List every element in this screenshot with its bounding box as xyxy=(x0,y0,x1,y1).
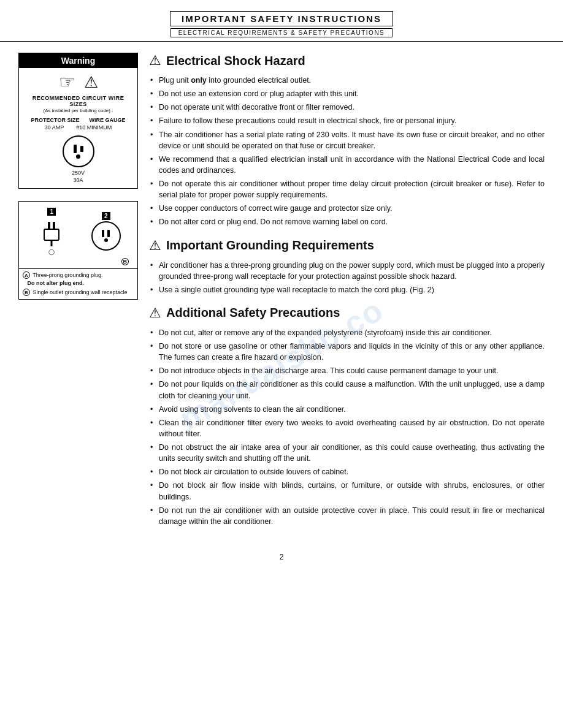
list-item: Do not block air flow inside with blinds… xyxy=(149,479,545,503)
wire-table-headers: PROTECTOR SIZE WIRE GAUGE xyxy=(25,117,131,123)
receptacle-slots xyxy=(102,230,110,237)
outlet-voltage: 250V xyxy=(25,170,131,176)
legend-a-text1: Three-prong grounding plug. xyxy=(33,272,102,278)
grounding-icon: ⚠ xyxy=(149,238,161,254)
list-item: Air conditioner has a three-prong ground… xyxy=(149,259,545,283)
list-item: Do not introduce objects in the air disc… xyxy=(149,364,545,377)
svg-rect-1 xyxy=(48,222,50,230)
list-item: Do not cut, alter or remove any of the e… xyxy=(149,326,545,339)
wire-table-values: 30 AMP #10 MINIMUM xyxy=(25,124,131,131)
header-title: IMPORTANT SAFETY INSTRUCTIONS xyxy=(170,11,393,26)
legend-a-text2: Do not alter plug end. xyxy=(28,280,85,286)
grounding-title: Important Grounding Requirements xyxy=(166,238,374,252)
grounding-bullets: Air conditioner has a three-prong ground… xyxy=(149,259,545,297)
plug-item-1: 1 ◯ xyxy=(36,207,67,255)
circuit-sub: (As installed per building code) : xyxy=(25,108,131,113)
grounding-header: ⚠ Important Grounding Requirements xyxy=(149,238,545,254)
warning-icons: ☞ ⚠ xyxy=(25,73,131,91)
plug-item-2: 2 xyxy=(91,211,121,251)
warning-header: Warning xyxy=(19,53,137,68)
legend-b-text: Single outlet grounding wall receptacle xyxy=(33,289,128,295)
page-number: 2 xyxy=(0,548,563,569)
outlet-diagram xyxy=(63,135,94,167)
list-item: We recommend that a qualified electricia… xyxy=(149,153,545,177)
additional-header: ⚠ Additional Safety Precautions xyxy=(149,305,545,321)
outlet-slot-right xyxy=(80,146,83,152)
hand-icon: ☞ xyxy=(59,73,75,91)
legend-a-label: A xyxy=(23,271,30,279)
electrical-shock-header: ⚠ Electrical Shock Hazard xyxy=(149,53,545,69)
outlet-amps: 30A xyxy=(25,177,131,183)
wire-gauge-header: WIRE GAUGE xyxy=(89,117,125,123)
right-column: ⚠ Electrical Shock Hazard Plug unit only… xyxy=(149,53,545,536)
svg-rect-2 xyxy=(53,222,55,230)
plug-box-body: 1 ◯ xyxy=(19,202,137,268)
outlet-slots xyxy=(74,145,83,153)
protector-size-value: 30 AMP xyxy=(45,124,64,131)
list-item: Do not block air circulation to outside … xyxy=(149,465,545,479)
protector-size-header: PROTECTOR SIZE xyxy=(31,117,80,123)
legend-a: A Three-prong grounding plug. Do not alt… xyxy=(23,271,134,287)
additional-icon: ⚠ xyxy=(149,305,161,321)
warning-box: Warning ☞ ⚠ RECOMMENDED CIRCUIT WIRE SIZ… xyxy=(18,53,138,189)
svg-rect-0 xyxy=(44,229,59,240)
plug-icon xyxy=(36,217,67,249)
plug-num-1: 1 xyxy=(47,208,56,216)
list-item: The air conditioner has a serial plate r… xyxy=(149,128,545,153)
b-indicator: B xyxy=(24,259,132,265)
list-item: Do not operate this air conditioner with… xyxy=(149,177,545,202)
circuit-title: RECOMMENDED CIRCUIT WIRE SIZES xyxy=(25,95,131,107)
receptacle-ground xyxy=(104,238,108,242)
additional-bullets: Do not cut, alter or remove any of the e… xyxy=(149,326,545,528)
page-header: IMPORTANT SAFETY INSTRUCTIONS ELECTRICAL… xyxy=(0,0,563,42)
plug-legend: A Three-prong grounding plug. Do not alt… xyxy=(19,268,137,299)
legend-b-label: B xyxy=(23,289,30,296)
list-item: Do not operate unit with decorative fron… xyxy=(149,100,545,114)
list-item: Do not alter cord or plug end. Do not re… xyxy=(149,215,545,229)
list-item: Clean the air conditioner filter every t… xyxy=(149,416,545,441)
electrical-shock-title: Electrical Shock Hazard xyxy=(166,54,305,68)
warning-triangle-icon: ⚠ xyxy=(84,74,98,90)
plug-box: 1 ◯ xyxy=(18,201,138,300)
electrical-shock-bullets: Plug unit only into grounded electrical … xyxy=(149,74,545,229)
receptacle-slot-right xyxy=(107,230,110,237)
plug-num-2: 2 xyxy=(102,212,110,220)
left-column: Warning ☞ ⚠ RECOMMENDED CIRCUIT WIRE SIZ… xyxy=(18,53,138,536)
plug-circle-indicator: ◯ xyxy=(48,249,55,255)
header-subtitle: ELECTRICAL REQUIREMENTS & SAFETY PRECAUT… xyxy=(170,28,393,37)
main-content: Warning ☞ ⚠ RECOMMENDED CIRCUIT WIRE SIZ… xyxy=(0,42,563,548)
list-item: Use copper conductors of correct wire ga… xyxy=(149,202,545,215)
outlet-slot-left xyxy=(74,145,77,153)
plug-svg: ◯ xyxy=(36,217,67,255)
list-item: Do not use an extension cord or plug ada… xyxy=(149,87,545,100)
list-item: Use a single outlet grounding type wall … xyxy=(149,283,545,297)
list-item: Plug unit only into grounded electrical … xyxy=(149,74,545,87)
list-item: Failure to follow these precautions coul… xyxy=(149,114,545,127)
list-item: Do not obstruct the air intake area of y… xyxy=(149,441,545,465)
outlet-ground-pin xyxy=(76,154,80,159)
wire-gauge-value: #10 MINIMUM xyxy=(76,124,112,131)
list-item: Do not store or use gasoline or other fl… xyxy=(149,339,545,364)
warning-body: ☞ ⚠ RECOMMENDED CIRCUIT WIRE SIZES (As i… xyxy=(19,68,137,188)
additional-title: Additional Safety Precautions xyxy=(166,306,340,320)
receptacle-circle xyxy=(91,221,121,251)
plug-diagram: 1 ◯ xyxy=(24,207,132,255)
legend-b: B Single outlet grounding wall receptacl… xyxy=(23,289,134,297)
list-item: Do not run the air conditioner with an o… xyxy=(149,504,545,528)
list-item: Avoid using strong solvents to clean the… xyxy=(149,403,545,416)
receptacle-slot-left xyxy=(102,230,104,237)
electrical-shock-icon: ⚠ xyxy=(149,53,161,69)
list-item: Do not pour liquids on the air condition… xyxy=(149,377,545,402)
